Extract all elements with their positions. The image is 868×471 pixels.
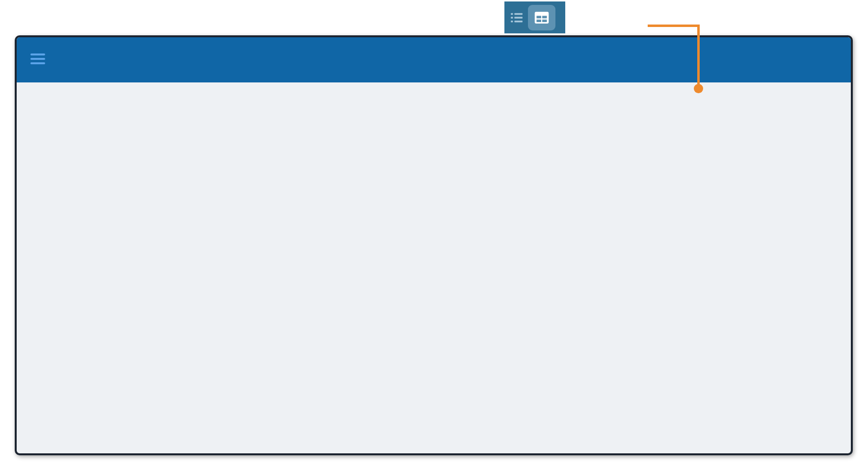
grid-view-button-zoomed <box>528 5 555 30</box>
list-view-icon <box>509 10 524 25</box>
hamburger-menu-icon[interactable] <box>30 53 45 64</box>
app-window <box>15 35 853 455</box>
top-header-bar <box>17 37 851 82</box>
callout-connector-line <box>648 25 699 27</box>
callout-connector-line <box>697 25 700 87</box>
grid-view-icon <box>533 9 551 26</box>
callout-pointer-dot <box>694 84 703 93</box>
grid-view-callout <box>504 1 565 33</box>
